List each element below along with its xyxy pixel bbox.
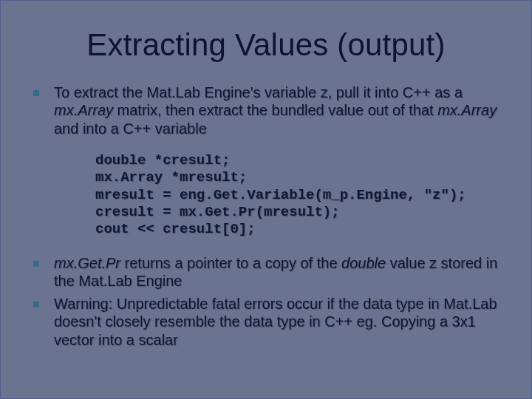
code-block: double *cresult; mx.Array *mresult; mres… bbox=[95, 152, 505, 238]
bullet-item-1: To extract the Mat.Lab Engine's variable… bbox=[33, 83, 505, 137]
bullet-item-3: Warning: Unpredictable fatal errors occu… bbox=[33, 295, 505, 349]
bullet-text-1: To extract the Mat.Lab Engine's variable… bbox=[54, 83, 505, 137]
bullet-list-2: mx.Get.Pr returns a pointer to a copy of… bbox=[33, 254, 505, 349]
bullet-item-2: mx.Get.Pr returns a pointer to a copy of… bbox=[33, 254, 505, 290]
bullet-text-3: Warning: Unpredictable fatal errors occu… bbox=[54, 295, 505, 349]
bullet-list: To extract the Mat.Lab Engine's variable… bbox=[33, 83, 505, 137]
bullet-square-icon bbox=[33, 90, 39, 96]
slide: Extracting Values (output) To extract th… bbox=[0, 0, 532, 399]
bullet-square-icon bbox=[33, 301, 39, 307]
bullet-square-icon bbox=[33, 261, 39, 267]
bullet-text-2: mx.Get.Pr returns a pointer to a copy of… bbox=[54, 254, 505, 290]
slide-title: Extracting Values (output) bbox=[27, 27, 505, 63]
